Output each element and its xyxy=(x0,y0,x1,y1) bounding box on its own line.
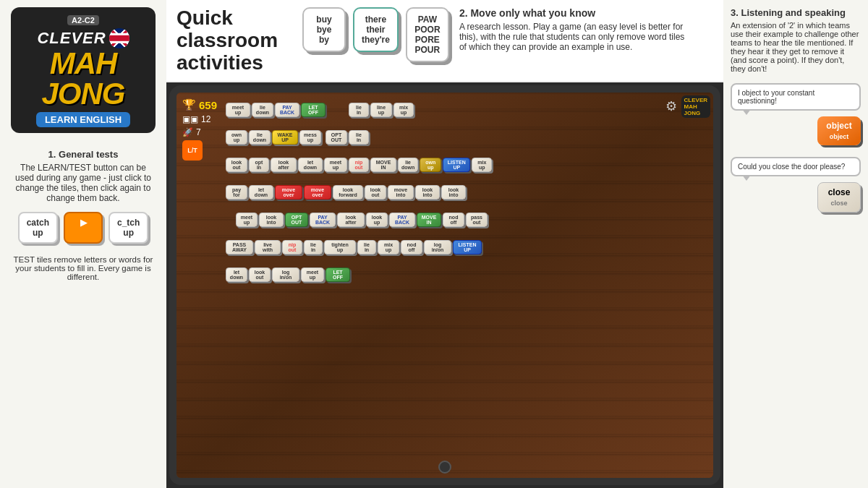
tile-own-up-2[interactable]: ownup xyxy=(420,158,441,172)
tile-move-in-2[interactable]: MOVEIN xyxy=(417,213,441,227)
tile-mess-up[interactable]: messup xyxy=(299,130,321,145)
tile-log-in-on-2[interactable]: login/on xyxy=(272,267,299,282)
tile-meet-up[interactable]: meetup xyxy=(226,103,250,117)
tile-ctch-up[interactable]: c_tchup xyxy=(109,212,148,244)
tile-nod-off-1[interactable]: nodoff xyxy=(443,213,464,227)
tile-look-into-1[interactable]: lookinto xyxy=(415,185,440,200)
tile-live-with[interactable]: livewith xyxy=(255,240,281,254)
tile-move-in-1[interactable]: MOVEIN xyxy=(370,158,396,172)
tile-paw-poor-pore-pour[interactable]: PAWPOORPOREPOUR xyxy=(406,7,449,62)
tile-pass-away[interactable]: PASSAWAY xyxy=(226,240,253,254)
tile-move-into[interactable]: moveinto xyxy=(388,185,414,200)
section-1-general-tests: 1. General tests The LEARN/TEST button c… xyxy=(7,149,159,203)
bubble2-text: Could you close the door please? xyxy=(738,163,845,171)
tile-icon-btn[interactable]: ▶ xyxy=(64,212,103,244)
gear-icon[interactable]: ⚙ xyxy=(665,98,677,114)
tile-let-down-2[interactable]: letdown xyxy=(249,185,273,200)
tile-buy-bye-by[interactable]: buybyeby xyxy=(302,7,346,52)
quick-title: Quickclassroomactivities xyxy=(176,7,292,74)
tile-meet-up-4[interactable]: meetup xyxy=(301,267,324,282)
tile-own-up[interactable]: ownup xyxy=(226,130,247,145)
tile-meet-up-3[interactable]: meetup xyxy=(236,213,258,227)
tile-pay-back-1[interactable]: PAYBACK xyxy=(275,103,299,117)
tile-let-off-2[interactable]: LETOFF xyxy=(326,267,350,282)
tile-let-down-1[interactable]: letdown xyxy=(298,158,323,172)
game-area: 🏆 659 ▣▣ 12 🚀 7 L/T xyxy=(166,82,723,488)
tile-look-forward[interactable]: lookforward xyxy=(333,185,363,200)
tile-opt-out-2[interactable]: OPTOUT xyxy=(285,213,308,227)
rule2-text: A research lesson. Play a game (an easy … xyxy=(459,22,691,52)
close-tile-row: closeclose xyxy=(731,182,861,213)
tile-look-out-1[interactable]: lookout xyxy=(226,158,247,172)
tiles-row-4: payfor letdown moveover moveover lookfor… xyxy=(226,185,466,200)
rule-3-block: 3. Listening and speaking An extension o… xyxy=(731,7,861,73)
tile-lie-down-3[interactable]: liedown xyxy=(398,158,418,172)
tiles-row-6: PASSAWAY livewith nipout liein tightenup… xyxy=(226,240,482,254)
tile-look-after-1[interactable]: lookafter xyxy=(271,158,297,172)
tile-look-out-2[interactable]: lookout xyxy=(365,185,386,200)
rocket-icon: 🚀 xyxy=(182,127,193,137)
tile-pass-out[interactable]: passout xyxy=(466,213,488,227)
tile-listen-up-1[interactable]: LISTENUP xyxy=(443,158,470,172)
left-panel: A2-C2 CLEVER MAH JONG LEARN ENGLISH 1. G… xyxy=(0,0,166,488)
section-test-text: TEST tiles remove letters or words for y… xyxy=(7,255,159,281)
tile-pay-for[interactable]: payfor xyxy=(226,185,247,200)
bubble1-tail xyxy=(742,109,751,115)
tile-look-into-2[interactable]: lookinto xyxy=(441,185,466,200)
trophy-icon: 🏆 xyxy=(182,98,196,111)
tile-pay-back-2[interactable]: PAYBACK xyxy=(310,213,336,227)
tile-lie-in-1[interactable]: liein xyxy=(349,103,369,117)
tile-mix-up-1[interactable]: mixup xyxy=(393,103,414,117)
tile-let-down-3[interactable]: letdown xyxy=(226,267,247,282)
tile-there-their-theyre[interactable]: theretheirthey're xyxy=(353,7,399,52)
tile-nip-out[interactable]: nipout xyxy=(349,158,369,172)
tile-object[interactable]: objectobject xyxy=(817,116,861,145)
tile-close[interactable]: closeclose xyxy=(817,182,861,213)
tile-listen-up-2[interactable]: LISTENUP xyxy=(453,240,482,254)
tile-lie-in-3[interactable]: liein xyxy=(304,240,323,254)
word-tiles-top: buybyeby theretheirthey're PAWPOORPOREPO… xyxy=(302,7,449,62)
tile-move-over-1[interactable]: moveover xyxy=(275,185,302,200)
center-column: Quickclassroomactivities buybyeby theret… xyxy=(166,0,723,488)
ipad-body: 🏆 659 ▣▣ 12 🚀 7 L/T xyxy=(169,85,720,485)
tile-lie-down-2[interactable]: liedown xyxy=(249,130,271,145)
tile-line-up[interactable]: lineup xyxy=(370,103,392,117)
tile-catch-up[interactable]: catchup xyxy=(18,212,58,244)
tile-look-out-3[interactable]: lookout xyxy=(249,267,271,282)
tile-look-into-3[interactable]: lookinto xyxy=(259,213,284,227)
rule3-title: 3. Listening and speaking xyxy=(731,7,861,18)
uk-flag-icon xyxy=(109,28,129,48)
tile-meet-up-2[interactable]: meetup xyxy=(324,158,347,172)
tile-mix-up-2[interactable]: mixup xyxy=(472,158,492,172)
example-tiles-row: catchup ▶ c_tchup xyxy=(18,212,149,244)
logo-clever-text: CLEVER xyxy=(37,29,106,48)
tile-wake-up[interactable]: WAKEUP xyxy=(272,130,298,145)
learn-test-button[interactable]: L/T xyxy=(182,140,203,160)
game-hud: 🏆 659 ▣▣ 12 🚀 7 L/T xyxy=(182,98,217,160)
tile-mix-up-3[interactable]: mixup xyxy=(378,240,399,254)
tile-opt-out-1[interactable]: OPTOUT xyxy=(326,130,347,145)
tile-let-off-1[interactable]: LETOFF xyxy=(301,103,326,117)
tile-lie-down-1[interactable]: liedown xyxy=(252,103,273,117)
tile-opt-in[interactable]: optin xyxy=(249,158,269,172)
interaction-section: I object to your constant questioning! o… xyxy=(731,83,861,213)
tile-nip-out-2[interactable]: nipout xyxy=(282,240,302,254)
speech-bubble-2: Could you close the door please? xyxy=(731,157,861,176)
tile-log-in-on-1[interactable]: login/on xyxy=(424,240,451,254)
tile-look-after-2[interactable]: lookafter xyxy=(337,213,365,227)
tile-pay-back-3[interactable]: PAYBACK xyxy=(389,213,415,227)
object-tile-row: objectobject xyxy=(731,116,861,145)
moves-display: ▣▣ 12 xyxy=(182,114,217,124)
tile-move-over-2[interactable]: moveover xyxy=(304,185,331,200)
tile-look-up[interactable]: lookup xyxy=(366,213,388,227)
tiles-row-3: lookout optin lookafter letdown meetup n… xyxy=(226,158,492,172)
tile-lie-in-4[interactable]: liein xyxy=(357,240,376,254)
tile-nod-off-2[interactable]: nodoff xyxy=(401,240,422,254)
top-section: Quickclassroomactivities buybyeby theret… xyxy=(166,0,723,82)
rule3-text: An extension of '2' in which teams use t… xyxy=(731,21,861,73)
tile-tighten-up[interactable]: tightenup xyxy=(324,240,356,254)
logo-clever-row: CLEVER xyxy=(18,28,148,48)
ipad-screen[interactable]: 🏆 659 ▣▣ 12 🚀 7 L/T xyxy=(176,93,713,478)
section1-text: The LEARN/TEST button can be used during… xyxy=(10,163,156,203)
tile-lie-in-2[interactable]: liein xyxy=(349,130,369,145)
